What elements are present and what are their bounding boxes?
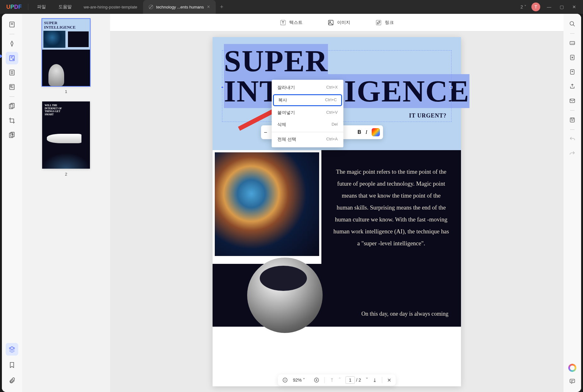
svg-rect-22 <box>570 118 574 122</box>
resize-handle-left[interactable] <box>221 86 224 89</box>
thumb-number: 2 <box>65 172 67 177</box>
context-menu: 잘라내기Ctrl+X 복사Ctrl+C 붙여넣기Ctrl+V 삭제Del 전체 … <box>272 80 343 147</box>
thumb-title: WILL THE INTERNET OF THINGS GET SMART <box>45 104 66 116</box>
thumbnail-2[interactable]: WILL THE INTERNET OF THINGS GET SMART 2 <box>27 101 105 177</box>
context-menu-paste[interactable]: 붙여넣기Ctrl+V <box>272 107 343 119</box>
document-area: 텍스트 이미지 링크 SUPER INTELLIGENCE IT URGENT? <box>110 14 564 392</box>
thumbnail-panel: SUPER INTELLIGENCE 1 WILL THE INTERNET O… <box>22 14 110 392</box>
edit-toolbar: 텍스트 이미지 링크 <box>110 14 564 31</box>
page-indicator[interactable]: 1 / 2 <box>346 378 361 383</box>
layers-icon[interactable] <box>6 343 18 356</box>
email-icon[interactable] <box>567 95 578 106</box>
zoom-in-button[interactable] <box>314 377 319 383</box>
organize-tool-icon[interactable] <box>6 66 18 79</box>
close-button[interactable]: ✕ <box>568 4 580 9</box>
zoom-level[interactable]: 92% ˅ <box>293 378 309 383</box>
footer-text: On this day, one day is always coming <box>361 311 448 317</box>
thumb-title: SUPER INTELLIGENCE <box>44 21 88 30</box>
readonly-icon <box>149 5 153 9</box>
search-icon[interactable] <box>567 18 578 30</box>
maximize-button[interactable]: ▢ <box>555 4 568 9</box>
menu-help[interactable]: 도움말 <box>52 4 78 10</box>
svg-rect-13 <box>376 20 381 25</box>
reader-mode-icon[interactable] <box>6 18 18 31</box>
user-avatar[interactable]: T <box>531 3 540 11</box>
redact-tool-icon[interactable] <box>6 129 18 141</box>
ai-assistant-icon[interactable] <box>568 364 576 372</box>
italic-button[interactable]: I <box>365 129 367 135</box>
image-tool-button[interactable]: 이미지 <box>328 19 350 26</box>
document-viewport[interactable]: SUPER INTELLIGENCE IT URGENT? The magic … <box>110 31 564 392</box>
main-area: SUPER INTELLIGENCE 1 WILL THE INTERNET O… <box>2 14 581 392</box>
left-toolbar <box>2 14 22 392</box>
thumbnail-1[interactable]: SUPER INTELLIGENCE 1 <box>27 19 105 94</box>
zoom-out-button[interactable] <box>282 377 288 383</box>
bookmark-icon[interactable] <box>6 359 18 371</box>
crop-tool-icon[interactable] <box>6 114 18 127</box>
titlebar: UPDF 파일 도움말 we-are-hiring-poster-templat… <box>0 0 583 14</box>
tab-label: technology ...ents humans <box>156 5 204 9</box>
bold-button[interactable]: B <box>358 129 361 135</box>
thumb-number: 1 <box>65 89 67 94</box>
link-tool-button[interactable]: 링크 <box>375 19 394 26</box>
context-menu-delete[interactable]: 삭제Del <box>272 119 343 131</box>
redo-icon[interactable] <box>567 148 578 159</box>
save-icon[interactable] <box>567 114 578 126</box>
tab-inactive[interactable]: we-are-hiring-poster-template <box>78 0 143 14</box>
color-picker-button[interactable] <box>372 128 380 136</box>
last-page-button[interactable]: ⤓ <box>373 377 377 383</box>
tab-count[interactable]: 2 ˅ <box>518 4 529 9</box>
svg-rect-4 <box>10 85 12 86</box>
svg-point-12 <box>330 21 330 22</box>
first-page-button[interactable]: ⤒ <box>330 377 334 383</box>
next-page-button[interactable]: ˇ <box>366 377 368 383</box>
compress-icon[interactable] <box>567 52 578 63</box>
export-icon[interactable] <box>567 66 578 78</box>
tab-label: we-are-hiring-poster-template <box>84 5 137 9</box>
resize-handle-right[interactable] <box>450 86 453 89</box>
divider <box>28 4 28 10</box>
close-zoombar-button[interactable]: ✕ <box>387 377 391 383</box>
context-menu-copy[interactable]: 복사Ctrl+C <box>273 94 342 106</box>
text-tool-button[interactable]: 텍스트 <box>280 19 303 26</box>
body-text: The magic point refers to the time point… <box>321 150 461 265</box>
svg-text:OCR: OCR <box>571 42 575 44</box>
close-tab-icon[interactable]: × <box>207 4 210 10</box>
pages-tool-icon[interactable] <box>6 100 18 112</box>
add-tab-button[interactable]: + <box>216 4 228 10</box>
svg-rect-3 <box>10 84 14 90</box>
undo-icon[interactable] <box>567 133 578 145</box>
marker-tool-icon[interactable] <box>6 37 18 50</box>
prev-page-button[interactable]: ˆ <box>339 377 341 383</box>
attachment-icon[interactable] <box>6 374 18 387</box>
astronaut-image <box>247 258 323 333</box>
context-menu-cut[interactable]: 잘라내기Ctrl+X <box>272 82 343 94</box>
ocr-icon[interactable]: OCR <box>567 37 578 49</box>
svg-point-16 <box>570 22 574 25</box>
comment-icon[interactable] <box>567 376 578 387</box>
share-icon[interactable] <box>567 81 578 92</box>
nebula-image <box>214 151 320 257</box>
app-logo: UPDF <box>3 4 25 10</box>
context-menu-select-all[interactable]: 전체 선택Ctrl+A <box>272 133 343 145</box>
form-tool-icon[interactable] <box>6 81 18 93</box>
right-toolbar: OCR <box>564 14 581 392</box>
minimize-button[interactable]: — <box>543 4 555 9</box>
tab-active[interactable]: technology ...ents humans × <box>143 0 216 14</box>
edit-tool-icon[interactable] <box>6 52 18 64</box>
svg-point-9 <box>12 134 13 135</box>
menu-file[interactable]: 파일 <box>31 4 52 10</box>
zoom-toolbar: 92% ˅ ⤒ ˆ 1 / 2 ˇ ⤓ ✕ <box>278 374 396 386</box>
svg-rect-23 <box>570 379 575 383</box>
